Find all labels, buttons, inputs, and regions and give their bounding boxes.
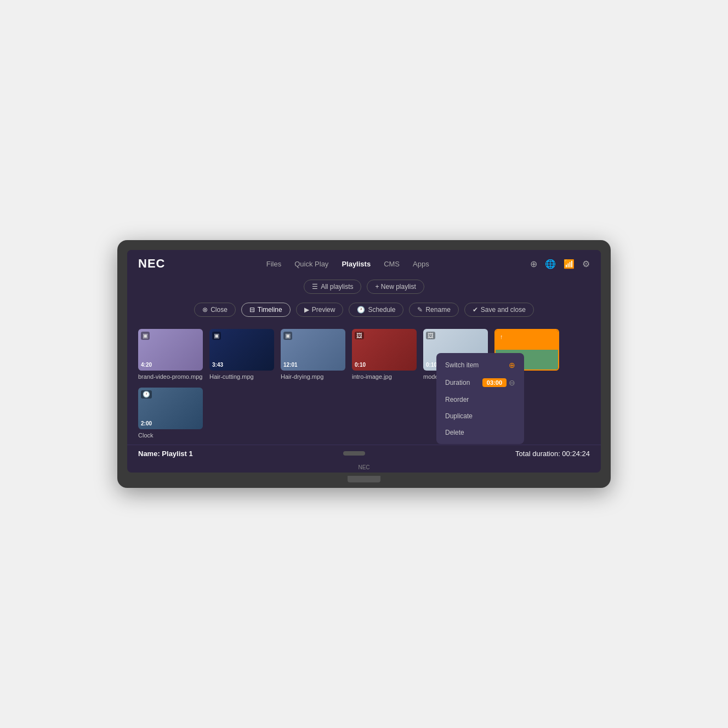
all-playlists-button[interactable]: ☰ All playlists — [304, 280, 361, 294]
checkmark-icon: ✔ — [473, 306, 478, 314]
ctx-duplicate[interactable]: Duplicate — [436, 408, 524, 424]
nav-playlists[interactable]: Playlists — [342, 260, 371, 268]
media-card-1[interactable]: ▣ 4:20 brand-video-promo.mpg — [138, 329, 203, 380]
nav-icons: ⊕ 🌐 📶 ⚙ — [530, 259, 590, 269]
close-icon: ⊗ — [202, 306, 208, 314]
media-card-4[interactable]: 🖼 0:10 intro-image.jpg — [352, 329, 417, 380]
video-icon-1: ▣ — [141, 332, 150, 340]
footer-brand: NEC — [127, 462, 601, 473]
gear-icon[interactable]: ⚙ — [582, 259, 590, 269]
duration-5: 0:10 — [426, 362, 437, 368]
monitor-stand — [127, 476, 601, 482]
toolbar: ⊗ Close ⊟ Timeline ▶ Preview 🕐 Schedule … — [127, 298, 601, 320]
media-label-4: intro-image.jpg — [352, 373, 417, 380]
screen: NEC Files Quick Play Playlists CMS Apps … — [127, 250, 601, 473]
save-close-button[interactable]: ✔ Save and close — [464, 303, 534, 317]
duration-value[interactable]: 03:00 — [482, 378, 507, 387]
timeline-button[interactable]: ⊟ Timeline — [241, 303, 291, 317]
media-thumb-2: ▣ 3:43 — [209, 329, 274, 371]
duration-3: 12:01 — [283, 362, 298, 368]
minus-icon-duration: ⊖ — [509, 378, 515, 387]
nav-files[interactable]: Files — [266, 260, 281, 268]
media-card-2[interactable]: ▣ 3:43 Hair-cutting.mpg — [209, 329, 274, 380]
nav-apps[interactable]: Apps — [413, 260, 429, 268]
rename-button[interactable]: ✎ Rename — [409, 303, 458, 317]
list-icon: ☰ — [312, 283, 318, 291]
top-navigation: NEC Files Quick Play Playlists CMS Apps … — [127, 250, 601, 277]
clock-icon-thumb: 🕐 — [141, 390, 152, 399]
media-thumb-clock: 🕐 2:00 — [138, 388, 203, 429]
duration-4: 0:10 — [355, 362, 366, 368]
new-playlist-button[interactable]: + New playlist — [367, 280, 424, 294]
pencil-icon: ✎ — [417, 306, 423, 314]
media-card-clock[interactable]: 🕐 2:00 Clock — [138, 388, 203, 439]
ctx-delete[interactable]: Delete — [436, 424, 524, 441]
schedule-button[interactable]: 🕐 Schedule — [349, 303, 403, 317]
nec-logo: NEC — [138, 257, 165, 271]
stand-neck — [348, 476, 380, 482]
close-button[interactable]: ⊗ Close — [194, 303, 236, 317]
nav-cms[interactable]: CMS — [384, 260, 400, 268]
globe-icon[interactable]: 🌐 — [545, 259, 556, 269]
monitor: NEC Files Quick Play Playlists CMS Apps … — [117, 240, 611, 488]
duration-2: 3:43 — [212, 362, 223, 368]
weather-icon: ↑ — [498, 333, 505, 340]
media-card-3[interactable]: ▣ 12:01 Hair-drying.mpg — [281, 329, 345, 380]
ctx-switch-item[interactable]: Switch item ⊕ — [436, 356, 524, 374]
preview-button[interactable]: ▶ Preview — [296, 303, 344, 317]
clock-icon: 🕐 — [357, 306, 365, 314]
duration-1: 4:20 — [141, 362, 152, 368]
ctx-duration[interactable]: Duration 03:00 ⊖ — [436, 374, 524, 391]
ctx-reorder[interactable]: Reorder — [436, 391, 524, 408]
plus-icon-switch: ⊕ — [509, 361, 515, 369]
content-area: ▣ 4:20 brand-video-promo.mpg ▣ 3:43 Hair… — [127, 320, 601, 445]
media-label-2: Hair-cutting.mpg — [209, 373, 274, 380]
total-duration: Total duration: 00:24:24 — [515, 450, 590, 458]
play-icon: ▶ — [304, 306, 309, 314]
video-icon-2: ▣ — [212, 332, 221, 340]
playlist-name: Name: Playlist 1 — [138, 450, 193, 458]
nav-links: Files Quick Play Playlists CMS Apps — [266, 260, 429, 268]
nav-quickplay[interactable]: Quick Play — [294, 260, 328, 268]
duration-clock: 2:00 — [141, 420, 152, 426]
video-icon-3: ▣ — [283, 332, 292, 340]
scroll-indicator[interactable] — [343, 451, 365, 456]
context-menu: Switch item ⊕ Duration 03:00 ⊖ Reorder D… — [436, 353, 524, 444]
wifi-icon[interactable]: 📶 — [564, 259, 575, 269]
media-label-1: brand-video-promo.mpg — [138, 373, 203, 380]
media-thumb-3: ▣ 12:01 — [281, 329, 345, 371]
timeline-icon: ⊟ — [249, 306, 255, 314]
media-label-3: Hair-drying.mpg — [281, 373, 345, 380]
media-thumb-4: 🖼 0:10 — [352, 329, 417, 371]
plus-circle-icon[interactable]: ⊕ — [530, 259, 537, 269]
playlist-bar: ☰ All playlists + New playlist — [127, 277, 601, 298]
image-icon-5: 🖼 — [426, 332, 435, 339]
media-label-clock: Clock — [138, 431, 203, 439]
bottom-bar: Name: Playlist 1 Total duration: 00:24:2… — [127, 445, 601, 462]
media-thumb-1: ▣ 4:20 — [138, 329, 203, 371]
image-icon-4: 🖼 — [355, 332, 364, 339]
